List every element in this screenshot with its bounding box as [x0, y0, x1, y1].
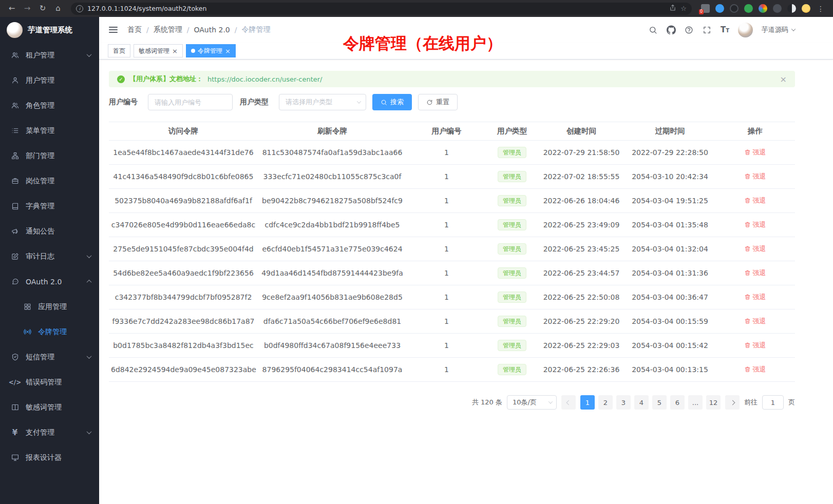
tab-item[interactable]: 敏感词管理×	[134, 44, 183, 57]
action-cell: 强退	[715, 261, 795, 285]
sidebar-item[interactable]: 审计日志	[0, 244, 99, 269]
url-bar[interactable]: i 127.0.0.1:1024/system/oauth2/token ☆	[71, 3, 692, 15]
sidebar-item[interactable]: 敏感词管理	[0, 395, 99, 420]
sidebar-item[interactable]: 岗位管理	[0, 168, 99, 193]
extension-icon-puzzle[interactable]: 0	[701, 4, 710, 13]
profile-avatar-icon[interactable]	[802, 4, 810, 13]
page-button[interactable]: 1	[580, 395, 595, 410]
search-icon[interactable]	[649, 25, 658, 34]
tab-close-icon[interactable]: ×	[172, 48, 178, 54]
refresh-icon	[426, 99, 433, 106]
chevron-down-icon	[87, 52, 92, 57]
user-type-select[interactable]: 请选择用户类型	[279, 94, 366, 110]
columns-icon	[11, 403, 19, 412]
total-count: 共 120 条	[472, 398, 502, 407]
sidebar-item[interactable]: 租户管理	[0, 43, 99, 68]
column-header: 用户编号	[407, 122, 486, 141]
page-button[interactable]: 3	[616, 395, 631, 410]
user-id-input[interactable]	[148, 94, 233, 110]
sidebar-item[interactable]: 角色管理	[0, 93, 99, 118]
force-logout-button[interactable]: 强退	[744, 268, 766, 278]
force-logout-button[interactable]: 强退	[744, 341, 766, 350]
sidebar-item[interactable]: 菜单管理	[0, 118, 99, 143]
bookmark-star-icon[interactable]: ☆	[680, 5, 687, 12]
force-logout-button[interactable]: 强退	[744, 172, 766, 181]
trash-icon	[744, 221, 751, 228]
sidebar-item[interactable]: ¥支付管理	[0, 420, 99, 445]
column-header: 创建时间	[538, 122, 625, 141]
reload-icon[interactable]: ↻	[36, 0, 49, 17]
sidebar-item[interactable]: </>错误码管理	[0, 370, 99, 395]
extension-icon-half[interactable]	[787, 4, 796, 13]
extension-icon-green[interactable]	[744, 4, 753, 13]
extension-icon-rainbow[interactable]	[759, 4, 767, 13]
sidebar-item[interactable]: 短信管理	[0, 344, 99, 370]
sidebar-item[interactable]: 字典管理	[0, 193, 99, 219]
trash-icon	[744, 342, 751, 348]
extension-icon-blue[interactable]	[715, 4, 724, 13]
help-icon[interactable]	[685, 25, 694, 34]
breadcrumb-item[interactable]: 系统管理	[154, 25, 182, 34]
sidebar-item[interactable]: OAuth 2.0	[0, 269, 99, 294]
menu-label: 审计日志	[26, 252, 87, 261]
user-type-cell: 管理员	[486, 165, 538, 189]
user-avatar[interactable]	[738, 23, 753, 37]
doc-link[interactable]: https://doc.iocoder.cn/user-center/	[207, 75, 322, 83]
page-button[interactable]: 12	[706, 395, 721, 410]
prev-page-button[interactable]	[561, 395, 576, 410]
share-icon[interactable]	[669, 4, 676, 13]
force-logout-button[interactable]: 强退	[744, 365, 766, 374]
page-button[interactable]: 6	[670, 395, 685, 410]
sidebar-item[interactable]: 令牌管理	[0, 319, 99, 344]
force-logout-button[interactable]: 强退	[744, 220, 766, 229]
user-type-placeholder: 请选择用户类型	[286, 98, 332, 107]
reset-button[interactable]: 重置	[418, 94, 458, 110]
sidebar-item[interactable]: 部门管理	[0, 143, 99, 168]
sidebar-item[interactable]: 应用管理	[0, 294, 99, 319]
column-header: 访问令牌	[109, 122, 258, 141]
breadcrumb: 首页/系统管理/OAuth 2.0/令牌管理	[127, 25, 270, 34]
user-menu[interactable]: 芋道源码	[762, 25, 795, 34]
breadcrumb-item[interactable]: OAuth 2.0	[194, 26, 230, 34]
pager-ellipsis[interactable]: ...	[688, 395, 703, 410]
action-label: 强退	[753, 365, 766, 374]
force-logout-button[interactable]: 强退	[744, 244, 766, 254]
sidebar-item[interactable]: 用户管理	[0, 68, 99, 93]
alert-close-icon[interactable]: ×	[780, 74, 787, 84]
fullscreen-icon[interactable]	[703, 25, 712, 34]
force-logout-button[interactable]: 强退	[744, 293, 766, 302]
menu-label: 岗位管理	[26, 177, 91, 186]
home-icon[interactable]: ⌂	[51, 0, 65, 17]
browser-menu-icon[interactable]: ⋮	[817, 5, 825, 13]
sidebar-item[interactable]: 报表设计器	[0, 445, 99, 470]
table-row: 54d6be82ee5a460a9aedc1f9bf22365649d1aa46…	[109, 261, 795, 285]
expire-time-cell: 2054-03-04 01:31:36	[625, 261, 715, 285]
force-logout-button[interactable]: 强退	[744, 317, 766, 326]
extension-icon-gray[interactable]	[773, 4, 782, 13]
goto-page-input[interactable]	[762, 395, 784, 410]
page-button[interactable]: 4	[634, 395, 649, 410]
page-size-select[interactable]: 10条/页	[507, 395, 557, 410]
forward-icon[interactable]: →	[21, 0, 34, 17]
app-logo[interactable]: 芋道管理系统	[0, 17, 99, 43]
tab-item[interactable]: 首页	[108, 44, 130, 57]
search-button[interactable]: 搜索	[372, 94, 412, 110]
collapse-sidebar-icon[interactable]	[108, 25, 119, 35]
breadcrumb-item[interactable]: 首页	[127, 25, 142, 34]
page-button[interactable]: 5	[652, 395, 667, 410]
sidebar-item[interactable]: 通知公告	[0, 219, 99, 244]
tab-item[interactable]: 令牌管理×	[186, 44, 236, 57]
force-logout-button[interactable]: 强退	[744, 196, 766, 205]
force-logout-button[interactable]: 强退	[744, 148, 766, 157]
site-info-icon[interactable]: i	[76, 5, 83, 12]
back-icon[interactable]: ←	[5, 0, 18, 17]
tab-close-icon[interactable]: ×	[225, 48, 231, 54]
chevron-down-icon	[87, 354, 92, 359]
github-icon[interactable]	[667, 25, 676, 34]
font-size-icon[interactable]: TT	[721, 25, 729, 34]
extension-icon-dark-ring[interactable]	[730, 4, 739, 13]
sidebar: 芋道管理系统 租户管理用户管理角色管理菜单管理部门管理岗位管理字典管理通知公告审…	[0, 17, 99, 504]
page-button[interactable]: 2	[598, 395, 613, 410]
next-page-button[interactable]	[725, 395, 740, 410]
user-type-cell: 管理员	[486, 141, 538, 165]
